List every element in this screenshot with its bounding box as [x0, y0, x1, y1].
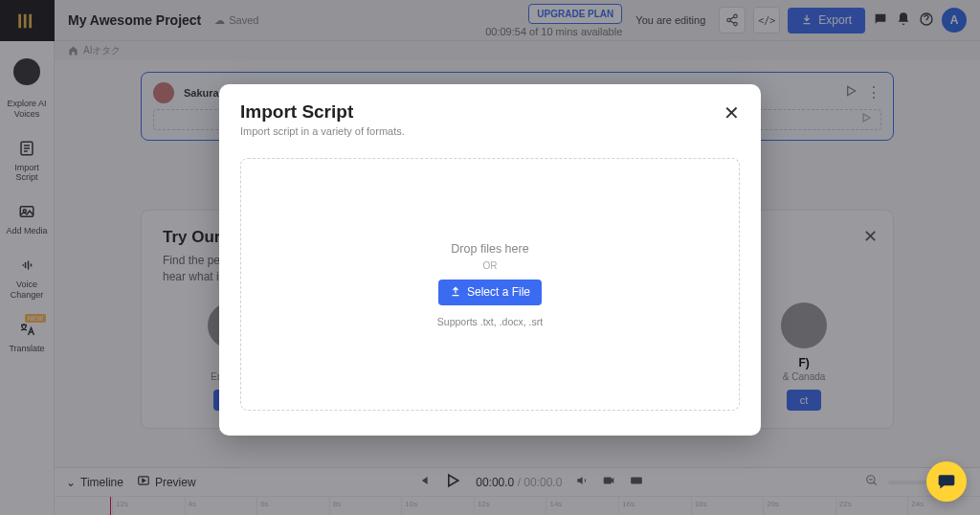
select-file-label: Select a File	[467, 285, 530, 299]
select-file-button[interactable]: Select a File	[438, 280, 542, 305]
or-divider: OR	[483, 260, 498, 271]
upload-icon	[450, 285, 461, 300]
chat-widget[interactable]	[926, 461, 967, 502]
modal-subtitle: Import script in a variety of formats.	[240, 125, 405, 137]
modal-overlay[interactable]: Import Script Import script in a variety…	[0, 0, 980, 515]
modal-title: Import Script	[240, 101, 405, 123]
drop-text: Drop files here	[451, 242, 528, 256]
file-dropzone[interactable]: Drop files here OR Select a File Support…	[240, 158, 740, 411]
import-script-modal: Import Script Import script in a variety…	[219, 84, 761, 436]
close-icon[interactable]: ✕	[724, 101, 740, 124]
supported-formats: Supports .txt, .docx, .srt	[437, 316, 543, 327]
